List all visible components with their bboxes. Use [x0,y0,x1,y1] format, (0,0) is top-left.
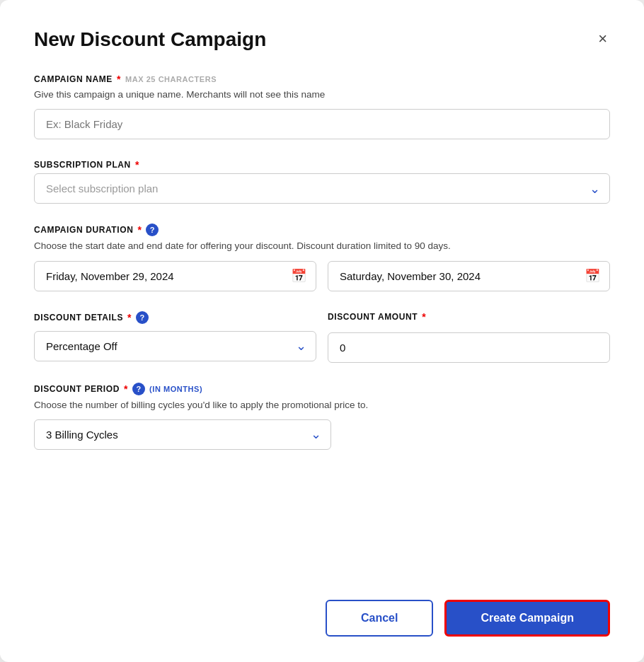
billing-cycles-select[interactable]: 1 Billing Cycle 2 Billing Cycles 3 Billi… [34,419,331,450]
required-star-4: * [127,312,132,323]
subscription-plan-label: SUBSCRIPTION PLAN * [34,159,610,170]
create-campaign-button[interactable]: Create Campaign [444,600,610,637]
discount-amount-label: DISCOUNT AMOUNT * [328,311,610,323]
billing-cycles-wrapper: 1 Billing Cycle 2 Billing Cycles 3 Billi… [34,419,331,450]
discount-period-section: DISCOUNT PERIOD * ? (IN MONTHS) Choose t… [34,383,610,450]
discount-amount-section: DISCOUNT AMOUNT * [328,311,610,363]
discount-details-label: DISCOUNT DETAILS * ? [34,311,316,324]
date-row: 📅 📅 [34,261,610,291]
modal-title: New Discount Campaign [34,28,266,51]
discount-details-wrapper: Percentage Off Fixed Amount Off ⌄ [34,331,316,361]
cancel-button[interactable]: Cancel [326,600,433,637]
new-discount-campaign-modal: New Discount Campaign × CAMPAIGN NAME * … [0,0,644,662]
campaign-name-label: CAMPAIGN NAME * MAX 25 CHARACTERS [34,74,610,85]
subscription-plan-select[interactable]: Select subscription plan [34,173,610,204]
campaign-name-input[interactable] [34,109,610,139]
campaign-name-hint: Give this campaign a unique name. Mercha… [34,88,610,102]
required-star-6: * [124,383,128,395]
start-date-input[interactable] [34,261,316,291]
required-star-3: * [137,224,142,236]
discount-amount-input[interactable] [328,332,610,363]
discount-row: DISCOUNT DETAILS * ? Percentage Off Fixe… [34,311,610,363]
campaign-duration-label: CAMPAIGN DURATION * ? [34,223,610,236]
in-months-label: (IN MONTHS) [149,385,202,393]
discount-details-help-icon[interactable]: ? [136,311,149,324]
subscription-plan-section: SUBSCRIPTION PLAN * Select subscription … [34,159,610,204]
campaign-duration-hint: Choose the start date and end date for o… [34,239,610,253]
max-chars-label: MAX 25 CHARACTERS [125,75,217,83]
required-star-2: * [135,159,139,170]
campaign-name-section: CAMPAIGN NAME * MAX 25 CHARACTERS Give t… [34,74,610,139]
campaign-duration-section: CAMPAIGN DURATION * ? Choose the start d… [34,223,610,291]
subscription-plan-wrapper: Select subscription plan ⌄ [34,173,610,204]
discount-period-help-icon[interactable]: ? [132,383,145,395]
modal-header: New Discount Campaign × [34,28,610,51]
discount-period-label: DISCOUNT PERIOD * ? (IN MONTHS) [34,383,610,395]
modal-footer: Cancel Create Campaign [34,577,610,637]
start-date-wrapper: 📅 [34,261,316,291]
end-date-input[interactable] [328,261,610,291]
close-button[interactable]: × [595,28,610,50]
discount-details-select[interactable]: Percentage Off Fixed Amount Off [34,331,316,361]
required-star-5: * [422,311,426,323]
discount-period-hint: Choose the number of billing cycles you'… [34,398,610,412]
end-date-wrapper: 📅 [328,261,610,291]
duration-help-icon[interactable]: ? [146,223,159,236]
required-star: * [117,74,121,85]
discount-details-section: DISCOUNT DETAILS * ? Percentage Off Fixe… [34,311,316,363]
